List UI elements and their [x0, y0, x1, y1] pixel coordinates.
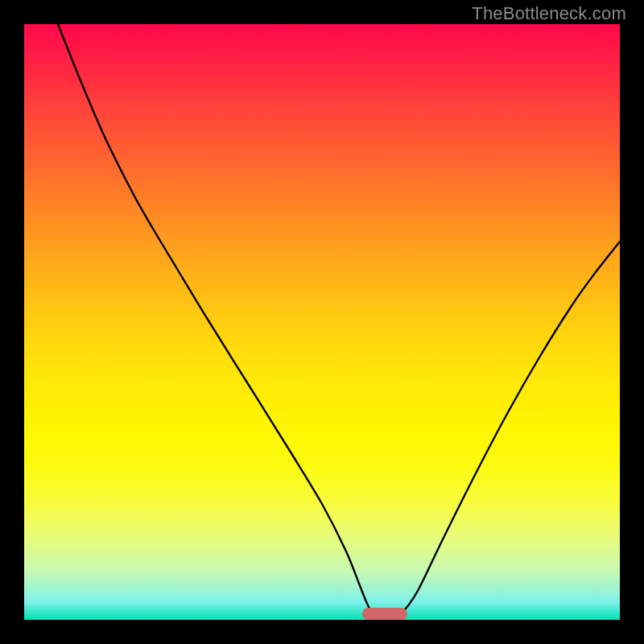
plot-area — [24, 24, 620, 620]
chart-frame: TheBottleneck.com — [0, 0, 644, 644]
optimal-range-marker — [362, 608, 407, 620]
bottleneck-curve — [24, 24, 620, 620]
watermark-text: TheBottleneck.com — [472, 3, 626, 24]
